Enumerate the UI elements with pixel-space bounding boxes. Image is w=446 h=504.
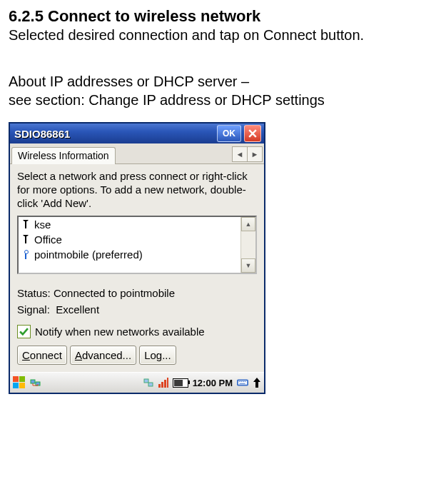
tab-wireless-information[interactable]: Wireless Information [11, 147, 116, 164]
network-list-inner: kse Office pointmobile (preferred) [19, 217, 240, 273]
list-scrollbar[interactable]: ▲ ▼ [240, 217, 255, 273]
antenna-icon [21, 235, 30, 245]
start-button[interactable] [13, 376, 26, 389]
svg-rect-0 [31, 380, 35, 383]
list-item[interactable]: pointmobile (preferred) [19, 247, 240, 262]
titlebar: SDIO86861 OK [10, 124, 264, 143]
svg-rect-6 [239, 381, 240, 382]
input-panel-toggle-icon[interactable] [253, 378, 261, 388]
tab-scroll-right[interactable]: ► [248, 146, 263, 162]
section-heading: 6.2.5 Connect to wireless network [9, 7, 437, 26]
close-icon [248, 129, 257, 138]
ip-note: About IP addresses or DHCP server – see … [9, 72, 437, 109]
network-name: pointmobile (preferred) [34, 248, 143, 261]
notify-checkbox[interactable] [17, 325, 31, 338]
device-screenshot: SDIO86861 OK Wireless Information ◄ ► Se… [9, 122, 265, 394]
notify-label: Notify when new networks available [35, 326, 205, 338]
status-label: Status: [17, 287, 51, 299]
network-name: kse [34, 218, 51, 231]
svg-rect-7 [240, 381, 242, 382]
signal-tray-icon[interactable] [158, 378, 168, 388]
scroll-track[interactable] [241, 231, 255, 258]
antenna-icon [21, 220, 30, 230]
ip-note-line1: About IP addresses or DHCP server – [9, 74, 249, 89]
preferred-network-icon [21, 250, 30, 260]
network-name: Office [34, 233, 62, 246]
close-button[interactable] [244, 125, 261, 142]
svg-rect-9 [245, 381, 246, 382]
section-instruction: Selected desired connection and tap on C… [9, 27, 437, 44]
battery-tray-icon[interactable] [173, 378, 188, 388]
scroll-down-button[interactable]: ▼ [241, 258, 255, 273]
scroll-up-button[interactable]: ▲ [241, 217, 255, 231]
window-title: SDIO86861 [13, 128, 214, 140]
ok-button[interactable]: OK [217, 125, 241, 142]
tab-panel: Select a network and press connect or ri… [10, 164, 264, 372]
tab-scroll-controls: ◄ ► [232, 146, 264, 163]
svg-rect-10 [240, 383, 245, 384]
taskbar-clock[interactable]: 12:00 PM [193, 378, 233, 388]
list-item[interactable]: kse [19, 217, 240, 232]
signal-label: Signal: [17, 303, 50, 316]
button-row: Connect Advanced... Log... [17, 344, 257, 369]
connect-button[interactable]: Connect [17, 346, 67, 365]
status-block: Status: Connected to pointmobile Signal:… [17, 286, 257, 318]
svg-rect-2 [144, 379, 148, 383]
svg-rect-3 [148, 383, 153, 386]
notify-row: Notify when new networks available [17, 325, 257, 338]
taskbar: 12:00 PM [10, 372, 264, 393]
btn-text: Lo [144, 349, 156, 361]
status-value: Connected to pointmobile [54, 287, 175, 299]
ip-note-line2: see section: Change IP address or DHCP s… [9, 92, 325, 108]
network-tray-icon[interactable] [30, 377, 41, 388]
tab-scroll-left[interactable]: ◄ [232, 146, 248, 162]
network-list[interactable]: kse Office pointmobile (preferred) ▲ ▼ [17, 216, 257, 274]
svg-rect-5 [238, 381, 247, 385]
btn-text: onnect [30, 349, 62, 361]
svg-rect-8 [243, 381, 244, 382]
keyboard-tray-icon[interactable] [237, 377, 248, 388]
log-button[interactable]: Log... [139, 346, 176, 365]
connection-tray-icon[interactable] [143, 377, 154, 388]
advanced-button[interactable]: Advanced... [70, 346, 136, 365]
list-item[interactable]: Office [19, 232, 240, 247]
checkmark-icon [19, 327, 29, 336]
tab-strip: Wireless Information ◄ ► [10, 143, 264, 164]
signal-value: Excellent [56, 303, 99, 316]
btn-text: dvanced... [82, 349, 131, 361]
help-text: Select a network and press connect or ri… [17, 170, 257, 210]
